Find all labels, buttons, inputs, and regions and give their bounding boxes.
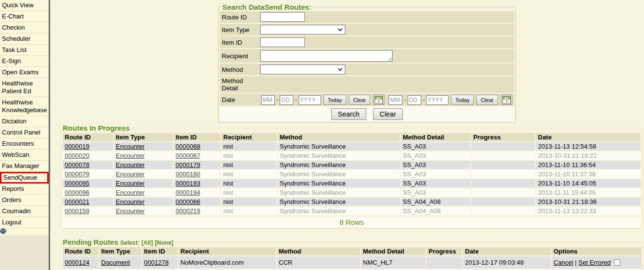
recipient-input[interactable] — [260, 50, 393, 62]
date-to-year-input[interactable] — [426, 95, 448, 105]
cancel-link[interactable]: Cancel — [554, 259, 573, 266]
route-id-cell: 0000124 — [63, 256, 98, 269]
recipient-cell: nist — [221, 142, 277, 151]
item-type-label: Item Type — [222, 26, 260, 34]
select-all-link[interactable]: [All] — [142, 239, 153, 246]
item-id-link[interactable]: 0001278 — [144, 259, 169, 266]
item-type-link[interactable]: Encounter — [116, 198, 144, 205]
sidebar-item-coumadin[interactable]: Coumadin — [0, 206, 49, 217]
route-id-link[interactable]: 0000095 — [65, 180, 89, 187]
route-id-link[interactable]: 0000019 — [65, 143, 89, 150]
sidebar-item-dictation[interactable]: Dictation — [0, 116, 49, 127]
routes-in-progress-title: Routes In Progress — [62, 124, 132, 132]
route-id-link[interactable]: 0000096 — [65, 189, 89, 196]
recipient-label: Recipient — [222, 52, 260, 60]
progress-cell — [471, 170, 535, 178]
search-button[interactable]: Search — [331, 108, 366, 120]
sidebar-item-task-list[interactable]: Task List — [0, 45, 49, 56]
sidebar-item-healthwise-knowledgebase[interactable]: Healthwise Knowledgebase — [0, 97, 49, 116]
sidebar: Quick ViewE-ChartCheckinSchedulerTask Li… — [0, 0, 50, 270]
item-type-select[interactable] — [260, 25, 345, 34]
set-errored-link[interactable]: Set Errored — [578, 259, 610, 266]
send-icon[interactable] — [0, 228, 7, 234]
clear-button[interactable]: Clear — [373, 108, 403, 120]
item-id-link[interactable]: 0000067 — [176, 152, 200, 159]
column-header: Route ID — [63, 247, 98, 255]
item-type-link[interactable]: Encounter — [116, 143, 144, 150]
search-form-title: Search DataSend Routes: — [221, 3, 313, 11]
column-header: Item ID — [174, 133, 220, 141]
date-from-calendar-button[interactable]: MAY — [373, 95, 384, 105]
search-datasend-routes-form: Search DataSend Routes: Route ID Item Ty… — [218, 3, 516, 123]
sidebar-item-e-chart[interactable]: E-Chart — [0, 11, 49, 22]
route-id-link[interactable]: 0000079 — [65, 170, 89, 178]
method-detail-label: Method Detail — [222, 77, 260, 92]
date-to-today-button[interactable]: Today — [451, 95, 474, 105]
route-id-link[interactable]: 0000124 — [65, 259, 89, 266]
item-id-link[interactable]: 0000179 — [176, 161, 200, 169]
item-type-link[interactable]: Document — [101, 259, 130, 266]
item-type-link[interactable]: Encounter — [116, 189, 144, 196]
sidebar-item-logout[interactable]: Logout — [0, 217, 49, 228]
calendar-icon: MAY — [502, 96, 511, 104]
item-id-link[interactable]: 0000219 — [176, 207, 200, 215]
sidebar-item-sendqueue[interactable]: SendQueue — [0, 172, 49, 184]
date-cell: 2013-12-17 09:03:48 — [463, 256, 551, 269]
sidebar-item-webscan[interactable]: WebScan — [0, 150, 49, 161]
column-header: Progress — [471, 133, 535, 141]
sidebar-item-orders[interactable]: Orders — [0, 195, 49, 206]
date-cell: 2013-11-13 12:54:58 — [536, 142, 641, 151]
method-select[interactable] — [260, 65, 345, 74]
date-from-year-input[interactable] — [299, 95, 321, 105]
route-id-cell: 0000159 — [63, 207, 113, 215]
item-type-link[interactable]: Encounter — [116, 207, 144, 215]
sidebar-item-open-exams[interactable]: Open Exams — [0, 67, 49, 78]
sidebar-item-control-panel[interactable]: Control Panel — [0, 127, 49, 138]
item-id-input[interactable] — [260, 37, 305, 47]
method-detail-cell: NMC_HL7 — [361, 256, 426, 269]
date-separator: - — [276, 96, 279, 103]
date-to-day-input[interactable] — [408, 95, 421, 105]
date-from-day-input[interactable] — [280, 95, 293, 105]
progress-cell — [471, 198, 535, 206]
item-type-link[interactable]: Encounter — [116, 161, 144, 169]
sidebar-item-healthwise-patient-ed[interactable]: Healthwise Patient Ed — [0, 78, 49, 97]
date-cell: 2013-10-31 21:18:22 — [536, 152, 641, 160]
progress-cell — [471, 152, 535, 160]
item-id-link[interactable]: 0000066 — [176, 198, 200, 205]
item-id-link[interactable]: 0000180 — [176, 170, 200, 178]
recipient-cell: nist — [221, 179, 277, 187]
sidebar-filler — [0, 236, 49, 270]
date-from-month-input[interactable] — [261, 95, 275, 105]
sidebar-item-encounters[interactable]: Encounters — [0, 138, 49, 150]
route-id-link[interactable]: 0000021 — [65, 198, 89, 205]
select-none-link[interactable]: [None] — [155, 239, 173, 246]
route-id-input[interactable] — [260, 12, 305, 22]
table-row: 0000079Encounter0000180nistSyndromic Sur… — [63, 170, 641, 178]
item-id-link[interactable]: 0000194 — [176, 189, 200, 196]
sidebar-item-e-sign[interactable]: E-Sign — [0, 56, 49, 67]
item-type-link[interactable]: Encounter — [116, 152, 144, 159]
route-id-link[interactable]: 0000020 — [65, 152, 89, 159]
sidebar-item-quick-view[interactable]: Quick View — [0, 0, 49, 11]
sidebar-item-reports[interactable]: Reports — [0, 184, 49, 195]
date-to-month-input[interactable] — [389, 95, 402, 105]
date-from-today-button[interactable]: Today — [323, 95, 346, 105]
route-id-link[interactable]: 0000159 — [65, 207, 89, 215]
item-id-link[interactable]: 0000193 — [176, 180, 200, 187]
date-to-calendar-button[interactable]: MAY — [501, 95, 512, 105]
item-type-link[interactable]: Encounter — [116, 170, 144, 178]
sidebar-item-checkin[interactable]: Checkin — [0, 22, 49, 34]
item-type-link[interactable]: Encounter — [116, 180, 144, 187]
sidebar-item-scheduler[interactable]: Scheduler — [0, 34, 49, 45]
method-cell: Syndromic Surveillance — [278, 188, 400, 197]
sidebar-item-fax-manager[interactable]: Fax Manager — [0, 161, 49, 172]
route-id-link[interactable]: 0000078 — [65, 161, 89, 169]
method-detail-cell: SS_A03 — [401, 170, 470, 178]
date-to-clear-button[interactable]: Clear — [476, 95, 498, 105]
date-from-clear-button[interactable]: Clear — [349, 95, 370, 105]
item-id-link[interactable]: 0000068 — [176, 143, 200, 150]
main-content: Search DataSend Routes: Route ID Item Ty… — [50, 0, 644, 270]
row-select-checkbox[interactable] — [614, 259, 620, 266]
options-cell: Cancel | Set Errored — [552, 256, 642, 269]
